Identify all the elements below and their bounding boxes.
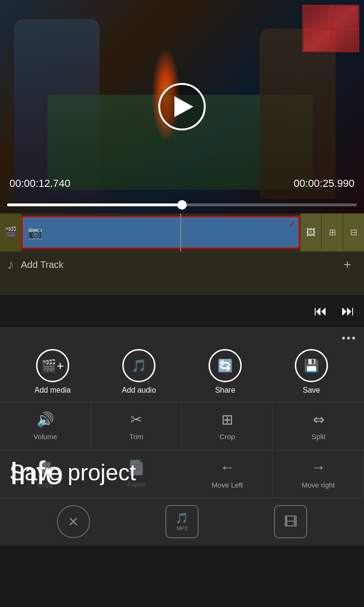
split-icon: ⇔	[313, 411, 325, 428]
progress-fill	[7, 203, 182, 206]
volume-button[interactable]: 🔊 Volume	[0, 402, 91, 450]
clip-checkmark: ✓	[289, 219, 296, 230]
video-clip[interactable]: 📷 ✓	[21, 216, 300, 249]
progress-bar[interactable]	[7, 203, 357, 206]
toolbar-save[interactable]: 💾 Save	[292, 349, 330, 395]
film-icon: 🎞	[284, 514, 297, 530]
trim-icon: ✂	[130, 411, 142, 428]
move-right-button[interactable]: → Move right	[273, 450, 364, 497]
grid-row-2: 📋 Copy 📄 Paste ← Move Left → Move right …	[0, 450, 364, 497]
move-left-label: Move Left	[212, 481, 243, 489]
total-time: 00:00:25.990	[294, 177, 355, 190]
grid-row-3: ✕ 🎵 MP3 🎞	[0, 497, 364, 545]
volume-icon: 🔊	[36, 411, 54, 428]
add-track-row: ♪ Add Track +	[0, 251, 364, 277]
delete-button[interactable]: ✕	[57, 505, 90, 538]
split-button[interactable]: ⇔ Split	[273, 402, 364, 450]
move-right-icon: →	[311, 459, 326, 476]
music-note-icon: ♪	[7, 257, 14, 272]
add-audio-label: Add audio	[122, 386, 156, 395]
image-icon-3: ⊟	[350, 227, 357, 238]
mp3-button[interactable]: 🎵 MP3	[165, 505, 199, 538]
nav-row: ⏮ ⏭	[0, 294, 364, 327]
add-media-icon-circle: 🎬+	[36, 349, 69, 382]
playhead	[180, 213, 181, 251]
save-icon: 💾	[304, 359, 319, 373]
skip-forward-button[interactable]: ⏭	[341, 303, 355, 319]
move-left-button[interactable]: ← Move Left	[182, 450, 273, 497]
add-media-label: Add media	[35, 386, 71, 395]
more-button[interactable]: •••	[342, 332, 357, 344]
move-left-icon: ←	[220, 459, 235, 476]
current-time: 00:00:12.740	[9, 177, 70, 190]
volume-label: Volume	[33, 432, 57, 441]
crop-button[interactable]: ⊞ Crop	[182, 402, 273, 450]
paste-icon: 📄	[127, 459, 145, 476]
track-side-icon: 🎬	[4, 226, 17, 239]
paste-label: Paste	[127, 480, 145, 488]
video-player[interactable]: 00:00:12.740 00:00:25.990	[0, 0, 364, 213]
toolbar-top: 🎬+ Add media 🎵 Add audio 🔄 Share 💾 Save	[0, 347, 364, 402]
add-media-icon: 🎬+	[41, 359, 64, 373]
more-row: •••	[0, 327, 364, 347]
add-audio-icon: 🎵	[131, 359, 146, 373]
save-icon-circle: 💾	[295, 349, 328, 382]
play-button[interactable]	[158, 83, 206, 130]
crop-label: Crop	[219, 432, 235, 441]
timeline-image-btn-1[interactable]: 🖼	[300, 213, 321, 251]
toolbar-add-media[interactable]: 🎬+ Add media	[34, 349, 72, 395]
bottom-toolbar: ••• 🎬+ Add media 🎵 Add audio 🔄 Share 💾	[0, 327, 364, 545]
toolbar-share[interactable]: 🔄 Share	[206, 349, 244, 395]
copy-label: Copy	[37, 480, 54, 488]
add-track-label: Add Track	[21, 259, 64, 270]
share-icon-circle: 🔄	[209, 349, 242, 382]
film-button[interactable]: 🎞	[274, 505, 307, 538]
time-display: 00:00:12.740 00:00:25.990	[0, 177, 364, 190]
mp3-icon: 🎵	[175, 512, 188, 524]
copy-icon: 📋	[36, 459, 54, 476]
image-icon-2: ⊞	[329, 227, 336, 238]
copy-button[interactable]: 📋 Copy	[0, 450, 91, 497]
progress-handle[interactable]	[177, 200, 187, 210]
add-track-button[interactable]: +	[338, 255, 357, 274]
image-icon-1: 🖼	[306, 227, 316, 238]
track-side: 🎬	[0, 213, 21, 251]
skip-back-button[interactable]: ⏮	[314, 303, 327, 319]
share-icon: 🔄	[218, 359, 233, 373]
split-label: Split	[311, 432, 325, 441]
trim-button[interactable]: ✂ Trim	[91, 402, 182, 450]
grid-row-1: 🔊 Volume ✂ Trim ⊞ Crop ⇔ Split	[0, 402, 364, 450]
clip-camera-icon: 📷	[27, 225, 43, 240]
timeline-track: 🎬 📷 ✓ 🖼 ⊞ ⊟	[0, 213, 364, 251]
add-audio-icon-circle: 🎵	[122, 349, 155, 382]
timeline-area: 🎬 📷 ✓ 🖼 ⊞ ⊟ ♪ Add Track +	[0, 213, 364, 294]
crop-icon: ⊞	[221, 411, 233, 428]
timeline-image-btn-2[interactable]: ⊞	[321, 213, 343, 251]
delete-icon: ✕	[68, 514, 79, 530]
move-right-label: Move right	[301, 481, 335, 489]
toolbar-add-audio[interactable]: 🎵 Add audio	[120, 349, 158, 395]
paste-button[interactable]: 📄 Paste	[91, 450, 182, 497]
share-label: Share	[215, 386, 236, 395]
trim-label: Trim	[129, 432, 143, 441]
save-label: Save	[303, 386, 320, 395]
timeline-image-btn-3[interactable]: ⊟	[343, 213, 364, 251]
